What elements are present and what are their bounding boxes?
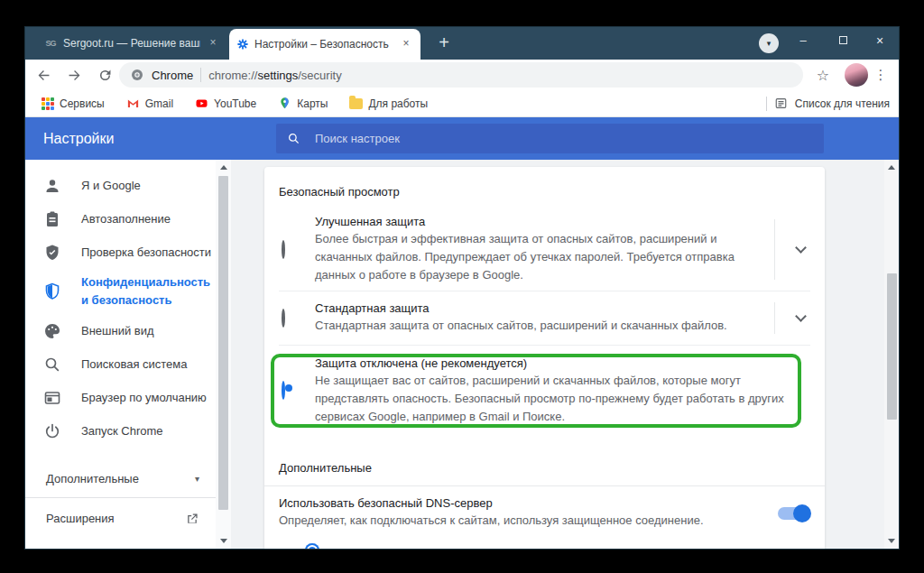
- sidebar-item-label: Внешний вид: [81, 324, 154, 337]
- chrome-logo-icon: [130, 68, 144, 82]
- option-title: Улучшенная защита: [315, 215, 756, 228]
- row-separator: [774, 219, 775, 280]
- radio-standard-protection[interactable]: [282, 309, 285, 328]
- close-tab-icon[interactable]: ×: [206, 36, 220, 51]
- bookmarks-separator: [766, 97, 767, 111]
- security-settings-card: Безопасный просмотр Улучшенная защита Бо…: [264, 167, 825, 549]
- sidebar-item-autofill[interactable]: Автозаполнение: [25, 202, 216, 236]
- shield-check-icon: [43, 244, 61, 262]
- option-no-protection[interactable]: Защита отключена (не рекомендуется) Не з…: [264, 346, 825, 436]
- secure-dns-toggle[interactable]: [778, 507, 808, 520]
- scroll-up-arrow[interactable]: [220, 165, 227, 170]
- maximize-button[interactable]: [825, 27, 861, 56]
- radio-enhanced-protection[interactable]: [282, 240, 285, 259]
- back-arrow-icon: [36, 68, 51, 83]
- option-standard-protection[interactable]: Стандартная защита Стандартная защита от…: [264, 291, 825, 345]
- sidebar-item-privacy-security[interactable]: Конфиденциальность и безопасность: [25, 269, 216, 314]
- settings-search-input[interactable]: [313, 131, 813, 146]
- scroll-down-arrow[interactable]: [888, 539, 895, 543]
- sidebar-item-extensions[interactable]: Расширения: [25, 498, 216, 539]
- sidebar-item-label: Поисковая система: [81, 357, 188, 371]
- gear-icon: [236, 38, 249, 51]
- expand-chevron-icon[interactable]: [795, 242, 807, 254]
- profile-avatar[interactable]: [845, 63, 868, 87]
- bookmark-services[interactable]: Сервисы: [42, 97, 105, 110]
- minimize-button[interactable]: –: [785, 27, 821, 56]
- menu-dots-icon[interactable]: ⋮: [872, 64, 890, 86]
- radio-dns-provider-partial[interactable]: [305, 543, 319, 549]
- sidebar-item-label: Браузер по умолчанию: [81, 391, 207, 404]
- forward-button[interactable]: [61, 62, 87, 88]
- close-tab-icon[interactable]: ×: [399, 37, 413, 51]
- reading-list-label: Список для чтения: [795, 97, 890, 110]
- reading-list-icon: [774, 97, 788, 110]
- settings-header: Настройки: [25, 117, 899, 160]
- option-enhanced-protection[interactable]: Улучшенная защита Более быстрая и эффект…: [264, 208, 825, 291]
- scrollbar-thumb[interactable]: [218, 176, 228, 510]
- sidebar-item-appearance[interactable]: Внешний вид: [25, 314, 216, 347]
- sidebar-item-safety-check[interactable]: Проверка безопасности: [25, 236, 216, 269]
- section-title-advanced: Дополнительные: [264, 436, 825, 485]
- dns-description: Определяет, как подключаться к сайтам, и…: [279, 512, 758, 530]
- apps-grid-icon: [42, 97, 54, 110]
- address-bar[interactable]: Chrome chrome://settings/security: [119, 62, 803, 88]
- url-host: settings: [257, 69, 298, 82]
- tab-strip: SG Sergoot.ru — Решение ваших пр × Настр…: [25, 27, 899, 60]
- shield-half-icon: [43, 282, 61, 300]
- tab-title: Sergoot.ru — Решение ваших пр: [63, 37, 200, 50]
- browser-toolbar: Chrome chrome://settings/security ☆ ⋮: [25, 60, 899, 90]
- search-icon: [287, 132, 300, 145]
- tab-search-button[interactable]: ▾: [759, 33, 779, 53]
- reading-list-button[interactable]: Список для чтения: [766, 97, 890, 111]
- sidebar-advanced-toggle[interactable]: Дополнительные ▾: [25, 462, 216, 495]
- reload-button[interactable]: [92, 62, 117, 88]
- youtube-icon: [195, 97, 208, 110]
- settings-search-box[interactable]: [276, 124, 824, 153]
- folder-icon: [349, 98, 363, 109]
- maximize-icon: [839, 36, 847, 44]
- secure-dns-row: Использовать безопасный DNS-сервер Опред…: [264, 486, 825, 540]
- bookmark-gmail[interactable]: Gmail: [126, 97, 173, 110]
- sidebar-item-label: Конфиденциальность и безопасность: [81, 273, 211, 310]
- option-description: Не защищает вас от сайтов, расширений и …: [315, 372, 810, 426]
- omnibox-separator: [200, 68, 201, 82]
- dns-title: Использовать безопасный DNS-сервер: [279, 496, 758, 510]
- url-scheme: chrome://: [208, 69, 257, 82]
- bookmark-youtube[interactable]: YouTube: [195, 97, 256, 110]
- forward-arrow-icon: [67, 68, 82, 83]
- browser-window: SG Sergoot.ru — Решение ваших пр × Настр…: [25, 27, 899, 549]
- radio-no-protection[interactable]: [282, 381, 285, 400]
- scroll-down-arrow[interactable]: [220, 539, 227, 543]
- bookmark-maps[interactable]: Карты: [278, 97, 328, 110]
- sidebar-item-search-engine[interactable]: Поисковая система: [25, 347, 216, 381]
- scrollbar-thumb[interactable]: [887, 273, 897, 420]
- external-link-icon: [185, 512, 199, 526]
- advanced-label: Дополнительные: [46, 472, 139, 485]
- sidebar-item-default-browser[interactable]: Браузер по умолчанию: [25, 381, 216, 414]
- sidebar-item-label: Проверка безопасности: [81, 245, 211, 259]
- search-icon: [43, 356, 61, 374]
- page-scrollbar[interactable]: [884, 160, 899, 549]
- scroll-up-arrow[interactable]: [888, 165, 895, 170]
- tab-settings-security[interactable]: Настройки – Безопасность ×: [229, 29, 420, 60]
- bookmarks-bar: Сервисы Gmail YouTube Карты Для р: [25, 90, 899, 117]
- clipboard-icon: [43, 210, 61, 228]
- sidebar-item-on-startup[interactable]: Запуск Chrome: [25, 414, 216, 448]
- settings-sidebar: Я и Google Автозаполнение Проверка безоп…: [25, 160, 216, 549]
- bookmark-star-icon[interactable]: ☆: [812, 65, 834, 87]
- expand-chevron-icon[interactable]: [795, 310, 807, 322]
- gmail-icon: [126, 97, 140, 110]
- back-button[interactable]: [31, 62, 56, 88]
- bookmark-work-folder[interactable]: Для работы: [349, 97, 428, 110]
- url-path: /security: [298, 69, 341, 82]
- new-tab-button[interactable]: +: [431, 31, 457, 56]
- sidebar-scrollbar[interactable]: [216, 160, 231, 549]
- option-description: Стандартная защита от опасных сайтов, ра…: [315, 317, 756, 335]
- site-label: Chrome: [152, 69, 193, 82]
- tab-sergoot[interactable]: SG Sergoot.ru — Решение ваших пр ×: [36, 27, 227, 60]
- sidebar-item-you-and-google[interactable]: Я и Google: [25, 169, 216, 202]
- bookmark-label: YouTube: [214, 97, 256, 110]
- option-description: Более быстрая и эффективная защита от оп…: [315, 230, 756, 284]
- chevron-down-icon: ▾: [195, 474, 199, 484]
- close-window-button[interactable]: ×: [862, 27, 898, 56]
